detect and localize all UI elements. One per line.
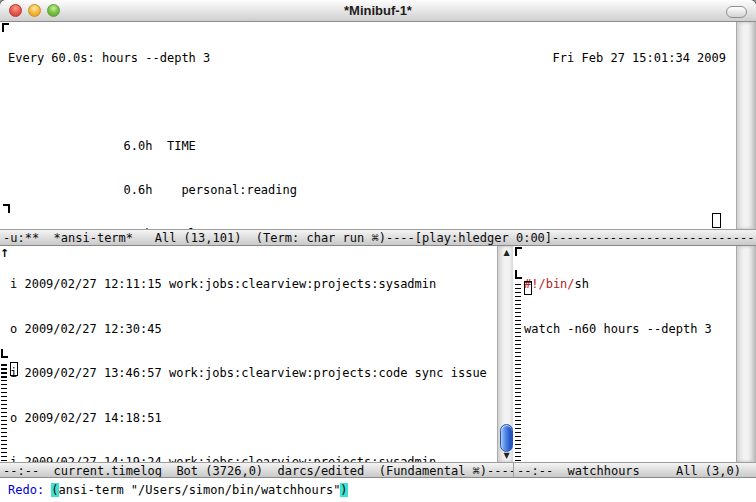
shebang-line: #!/bin/sh <box>524 276 736 293</box>
minibuffer[interactable]: Redo: (ansi-term "/Users/simon/bin/watch… <box>0 478 756 502</box>
toolbar-toggle-button[interactable] <box>726 6 747 18</box>
timelog-line: o 2009/02/27 12:30:45 <box>10 321 497 338</box>
paren-open-highlight: ( <box>51 483 58 497</box>
title-bar[interactable]: *Minibuf-1* <box>0 0 756 22</box>
buffer-top-indicator-icon <box>515 247 522 256</box>
empty-lines-indicator <box>515 284 521 461</box>
script-cursor <box>524 281 532 295</box>
scrollbar-thumb[interactable] <box>500 424 513 452</box>
window-right-edge <box>752 22 756 229</box>
emacs-window: *Minibuf-1* Every 60.0s: hours --depth 3… <box>0 0 756 502</box>
report-line: 0.6h personal:reading <box>8 182 726 198</box>
minibuffer-prompt: Redo: <box>8 483 51 497</box>
report-line: 6.0h TIME <box>8 138 726 154</box>
buffer-top-indicator-icon <box>2 23 9 32</box>
scrolled-above-indicator-icon: ↑ <box>0 248 9 259</box>
script-pane[interactable]: #!/bin/sh watch -n60 hours --depth 3 <box>513 246 736 462</box>
timelog-pane[interactable]: i 2009/02/27 12:11:15 work:jobs:clearvie… <box>0 246 497 462</box>
minibuffer-command-text: ansi-term "/Users/simon/bin/watchhours" <box>59 483 341 497</box>
watch-command-text: Every 60.0s: hours --depth 3 <box>8 50 210 66</box>
terminal-scrollbar-track[interactable] <box>736 22 752 229</box>
timelog-scrollbar-track[interactable]: ▲ ▼ <box>497 246 513 462</box>
window-right-edge <box>752 246 756 462</box>
script-line: watch -n60 hours --depth 3 <box>524 321 736 338</box>
shebang-interpreter: sh <box>575 277 589 291</box>
timelog-line: i 2009/02/27 13:46:57 work:jobs:clearvie… <box>10 365 497 382</box>
timelog-line: o 2009/02/27 14:18:51 <box>10 410 497 427</box>
report-line <box>8 94 726 110</box>
timelog-line: i 2009/02/27 12:11:15 work:jobs:clearvie… <box>10 276 497 293</box>
modeline-timelog[interactable]: --:-- current.timelog Bot (3726,0) darcs… <box>0 462 513 478</box>
scroll-down-icon[interactable]: ▼ <box>499 450 514 461</box>
modeline-ansi-term[interactable]: -u:** *ansi-term* All (13,101) (Term: ch… <box>0 229 756 246</box>
empty-lines-indicator <box>1 364 7 461</box>
watch-date-text: Fri Feb 27 15:01:34 2009 <box>553 50 726 66</box>
buffer-end-indicator-icon <box>3 204 10 213</box>
terminal-cursor <box>712 213 721 228</box>
modeline-watchhours[interactable]: --:-- watchhours All (3,0) <box>513 462 756 478</box>
window-title: *Minibuf-1* <box>0 3 756 18</box>
watch-header-line: Every 60.0s: hours --depth 3 Fri Feb 27 … <box>8 50 726 66</box>
paren-close-highlight: ) <box>340 483 347 497</box>
terminal-pane[interactable]: Every 60.0s: hours --depth 3 Fri Feb 27 … <box>0 22 736 229</box>
scroll-up-icon[interactable]: ▲ <box>499 247 514 258</box>
script-scrollbar-track[interactable] <box>736 246 752 462</box>
timelog-line: i 2009/02/27 14:19:24 work:jobs:clearvie… <box>10 454 497 462</box>
buffer-end-indicator-icon <box>515 270 522 279</box>
timelog-cursor <box>10 362 18 376</box>
buffer-end-indicator-icon <box>1 349 8 358</box>
